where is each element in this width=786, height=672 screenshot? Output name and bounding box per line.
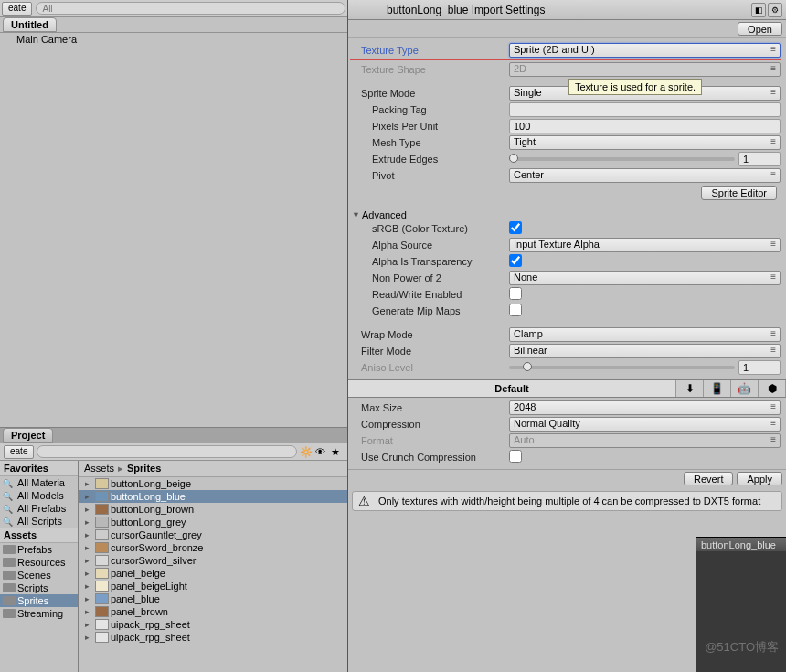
asset-item[interactable]: ▸uipack_rpg_sheet xyxy=(79,631,347,644)
texture-shape-dropdown: 2D xyxy=(509,62,781,77)
asset-item[interactable]: ▸panel_brown xyxy=(79,605,347,618)
expand-icon[interactable]: ▸ xyxy=(81,517,93,527)
hierarchy-search[interactable] xyxy=(36,2,345,15)
filter-mode-dropdown[interactable]: Bilinear xyxy=(509,344,781,358)
gear-icon[interactable]: ⚙ xyxy=(768,3,782,17)
sprite-thumb-icon xyxy=(95,504,109,515)
asset-name: panel_beige xyxy=(111,568,165,579)
expand-icon[interactable]: ▸ xyxy=(81,594,93,603)
folder-item-selected[interactable]: Sprites xyxy=(0,594,78,607)
create-button-project[interactable]: eate xyxy=(4,445,34,459)
pivot-dropdown[interactable]: Center xyxy=(509,168,781,183)
filter-icon[interactable]: 👁 xyxy=(315,446,328,457)
folder-item[interactable]: Scripts xyxy=(0,581,78,594)
sprite-thumb-icon xyxy=(95,555,109,566)
hierarchy-view[interactable]: Main Camera xyxy=(0,33,347,428)
favorite-item[interactable]: All Materia xyxy=(0,476,78,489)
sprite-thumb-icon xyxy=(95,478,109,489)
platform-ios-icon[interactable]: 📱 xyxy=(704,380,731,397)
asset-item[interactable]: ▸cursorSword_bronze xyxy=(79,541,347,554)
favorite-item[interactable]: All Prefabs xyxy=(0,502,78,515)
favorite-item[interactable]: All Models xyxy=(0,489,78,502)
apply-button[interactable]: Apply xyxy=(737,472,782,485)
search-icon xyxy=(3,503,16,514)
rw-checkbox[interactable] xyxy=(509,287,522,300)
expand-icon[interactable]: ▸ xyxy=(81,556,93,565)
project-header: Project xyxy=(0,428,347,443)
expand-icon[interactable]: ▸ xyxy=(81,479,93,488)
advanced-foldout[interactable]: ▼Advanced xyxy=(350,209,781,220)
platform-webgl-icon[interactable]: ⬢ xyxy=(759,380,786,397)
favorite-item[interactable]: All Scripts xyxy=(0,515,78,528)
star-icon[interactable]: ★ xyxy=(331,446,344,457)
alpha-source-dropdown[interactable]: Input Texture Alpha xyxy=(509,238,781,252)
mesh-type-dropdown[interactable]: Tight xyxy=(509,135,781,150)
compression-label: Compression xyxy=(350,419,509,430)
asset-item[interactable]: ▸panel_beigeLight xyxy=(79,580,347,592)
asset-item[interactable]: ▸cursorSword_silver xyxy=(79,554,347,567)
asset-name: buttonLong_grey xyxy=(111,517,186,528)
expand-icon[interactable]: ▸ xyxy=(81,492,93,501)
expand-icon[interactable]: ▸ xyxy=(81,633,93,642)
sprite-thumb-icon xyxy=(95,606,109,617)
crumb-leaf[interactable]: Sprites xyxy=(127,463,161,475)
project-search[interactable] xyxy=(37,445,297,458)
asset-item[interactable]: ▸buttonLong_beige xyxy=(79,477,347,490)
srgb-label: sRGB (Color Texture) xyxy=(350,223,509,234)
revert-button[interactable]: Revert xyxy=(684,472,733,485)
texture-type-dropdown[interactable]: Sprite (2D and UI) xyxy=(509,43,781,58)
crunch-label: Use Crunch Compression xyxy=(350,452,509,463)
extrude-slider[interactable] xyxy=(509,157,735,161)
wrap-mode-dropdown[interactable]: Clamp xyxy=(509,327,781,342)
alpha-trans-checkbox[interactable] xyxy=(509,254,522,267)
compression-dropdown[interactable]: Normal Quality xyxy=(509,417,781,432)
platform-standalone-icon[interactable]: ⬇ xyxy=(676,380,704,397)
asset-item[interactable]: ▸uipack_rpg_sheet xyxy=(79,618,347,631)
expand-icon[interactable]: ▸ xyxy=(81,530,93,539)
crunch-checkbox[interactable] xyxy=(509,450,522,463)
asset-name: uipack_rpg_sheet xyxy=(111,619,190,630)
sprite-thumb-icon xyxy=(95,491,109,502)
expand-icon[interactable]: ▸ xyxy=(81,505,93,514)
hierarchy-item[interactable]: Main Camera xyxy=(0,33,347,46)
asset-item[interactable]: ▸cursorGauntlet_grey xyxy=(79,528,347,541)
asset-item[interactable]: ▸buttonLong_grey xyxy=(79,516,347,528)
asset-item[interactable]: ▸buttonLong_brown xyxy=(79,503,347,516)
platform-default-tab[interactable]: Default xyxy=(348,380,676,397)
expand-icon[interactable]: ▸ xyxy=(81,543,93,552)
asset-item[interactable]: ▸panel_beige xyxy=(79,567,347,580)
folder-item[interactable]: Streaming xyxy=(0,607,78,620)
hierarchy-scene-row: Untitled xyxy=(0,17,347,33)
npot-dropdown[interactable]: None xyxy=(509,271,781,285)
expand-icon[interactable]: ▸ xyxy=(81,581,93,591)
sprite-editor-button[interactable]: Sprite Editor xyxy=(701,186,777,200)
mesh-type-label: Mesh Type xyxy=(350,137,509,148)
search-icon xyxy=(3,516,16,527)
asset-item[interactable]: ▸panel_blue xyxy=(79,592,347,605)
asset-item[interactable]: ▸buttonLong_blue xyxy=(79,490,347,503)
platform-android-icon[interactable]: 🤖 xyxy=(731,380,759,397)
project-tab[interactable]: Project xyxy=(3,428,53,443)
preview-title: buttonLong_blue xyxy=(701,539,776,550)
expand-icon[interactable]: ▸ xyxy=(81,607,93,616)
srgb-checkbox[interactable] xyxy=(509,221,522,234)
packing-tag-field[interactable] xyxy=(509,102,781,117)
folder-item[interactable]: Prefabs xyxy=(0,543,78,556)
ppu-field[interactable] xyxy=(509,119,781,133)
max-size-dropdown[interactable]: 2048 xyxy=(509,400,781,415)
preset-icon[interactable]: ◧ xyxy=(751,3,766,17)
search-options-icon[interactable]: 🔆 xyxy=(300,446,313,457)
tooltip: Texture is used for a sprite. xyxy=(568,79,702,95)
mipmap-checkbox[interactable] xyxy=(509,304,522,316)
ppu-label: Pixels Per Unit xyxy=(350,121,509,132)
open-button[interactable]: Open xyxy=(738,22,782,36)
create-button[interactable]: eate xyxy=(2,2,32,16)
extrude-value[interactable] xyxy=(738,152,781,166)
expand-icon[interactable]: ▸ xyxy=(81,569,93,578)
scene-name[interactable]: Untitled xyxy=(3,17,57,32)
expand-icon[interactable]: ▸ xyxy=(81,620,93,629)
folder-item[interactable]: Resources xyxy=(0,556,78,569)
crumb-root[interactable]: Assets xyxy=(84,463,114,475)
folder-item[interactable]: Scenes xyxy=(0,569,78,581)
texture-type-label: Texture Type xyxy=(350,45,509,56)
